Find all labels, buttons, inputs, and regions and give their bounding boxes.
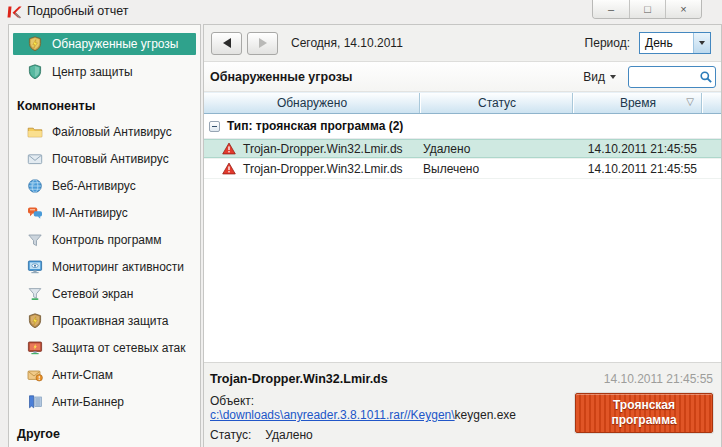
- column-header-stub: [702, 93, 721, 113]
- view-menu[interactable]: Вид: [583, 70, 616, 84]
- threat-time: 14.10.2011 21:45:55: [573, 162, 702, 176]
- sidebar-item-activity-monitor[interactable]: Мониторинг активности: [13, 255, 196, 278]
- sidebar-item-anti-spam[interactable]: Анти-Спам: [13, 363, 196, 386]
- window-controls: – □ ×: [592, 0, 702, 19]
- list-header: Обнаруженные угрозы Вид: [204, 62, 721, 92]
- banner-icon: [27, 394, 43, 410]
- dropdown-arrow-button[interactable]: [693, 33, 710, 53]
- search-input[interactable]: [629, 68, 699, 86]
- sidebar-item-im-antivirus[interactable]: IM-Антивирус: [13, 201, 196, 224]
- column-header-detected[interactable]: Обнаружено: [204, 93, 420, 113]
- threat-time: 14.10.2011 21:45:55: [573, 142, 702, 156]
- table-header: Обнаружено Статус Время ▽: [204, 92, 721, 114]
- threat-status: Вылечено: [420, 162, 573, 176]
- group-row-trojan[interactable]: Тип: троянская программа (2): [204, 114, 721, 139]
- sort-descending-icon: ▽: [686, 96, 694, 107]
- column-header-status[interactable]: Статус: [420, 93, 573, 113]
- object-label: Объект:: [210, 394, 262, 408]
- sidebar-section-other: Другое: [9, 417, 200, 447]
- sidebar-item-file-antivirus[interactable]: Файловый Антивирус: [13, 120, 196, 143]
- chat-icon: [27, 205, 43, 221]
- minimize-button[interactable]: –: [593, 0, 629, 18]
- sidebar-section-components: Компоненты: [9, 89, 200, 120]
- period-label: Период:: [585, 36, 630, 50]
- status-label: Статус:: [210, 428, 262, 442]
- sidebar-item-label: Веб-Антивирус: [52, 179, 136, 193]
- threat-status: Удалено: [420, 142, 573, 156]
- sidebar-item-mail-antivirus[interactable]: Почтовый Антивирус: [13, 147, 196, 170]
- sidebar-item-detected-threats[interactable]: Обнаруженные угрозы: [13, 33, 196, 55]
- maximize-button[interactable]: □: [629, 0, 665, 18]
- mail-spam-icon: [27, 367, 43, 383]
- column-header-time[interactable]: Время ▽: [573, 93, 702, 113]
- period-value: День: [640, 33, 693, 53]
- threat-name: Trojan-Dropper.Win32.Lmir.ds: [243, 162, 403, 176]
- monitor-eye-icon: [27, 259, 43, 275]
- sidebar-item-label: IM-Антивирус: [52, 206, 128, 220]
- previous-period-button[interactable]: [211, 32, 242, 55]
- arrow-left-icon: [223, 38, 231, 48]
- sidebar-item-label: Анти-Баннер: [52, 395, 124, 409]
- main-panel: Сегодня, 14.10.2011 Период: День Обнаруж…: [203, 24, 722, 447]
- sidebar-item-label: Центр защиты: [52, 65, 133, 79]
- sidebar-item-label: Контроль программ: [52, 233, 162, 247]
- table-row[interactable]: Trojan-Dropper.Win32.Lmir.ds Вылечено 14…: [204, 159, 721, 179]
- funnel-green-icon: [27, 286, 43, 302]
- window-content: Обнаруженные угрозы Центр защиты Компоне…: [8, 24, 722, 447]
- mail-icon: [27, 151, 43, 167]
- chevron-down-icon: [610, 75, 616, 79]
- sidebar-item-label: Мониторинг активности: [52, 260, 184, 274]
- sidebar-item-label: Анти-Спам: [52, 368, 113, 382]
- search-icon[interactable]: [699, 70, 713, 84]
- period-dropdown[interactable]: День: [639, 32, 711, 54]
- folder-icon: [27, 124, 43, 140]
- sidebar-item-label: Почтовый Антивирус: [52, 152, 169, 166]
- sidebar-item-network-attack-protection[interactable]: Защита от сетевых атак: [13, 336, 196, 359]
- next-period-button[interactable]: [247, 32, 278, 55]
- detail-threat-name: Trojan-Dropper.Win32.Lmir.ds: [210, 372, 563, 386]
- sidebar-item-firewall[interactable]: Сетевой экран: [13, 282, 196, 305]
- object-path-link[interactable]: c:\downloads\anyreader.3.8.1011.rar//Key…: [210, 408, 455, 422]
- collapse-icon[interactable]: [209, 121, 220, 132]
- report-toolbar: Сегодня, 14.10.2011 Период: День: [204, 25, 721, 62]
- globe-icon: [27, 178, 43, 194]
- shield-lightning-icon: [27, 36, 43, 52]
- sidebar-item-label: Защита от сетевых атак: [52, 341, 185, 355]
- window-title: Подробный отчет: [27, 4, 129, 18]
- current-date-label: Сегодня, 14.10.2011: [291, 36, 403, 50]
- shield-bronze-icon: [27, 313, 43, 329]
- chevron-down-icon: [699, 41, 705, 45]
- sidebar-item-label: Обнаруженные угрозы: [52, 37, 179, 51]
- alert-triangle-icon: [222, 142, 236, 155]
- sidebar-item-anti-banner[interactable]: Анти-Баннер: [13, 390, 196, 413]
- close-button[interactable]: ×: [665, 0, 701, 18]
- threat-type-badge: Троянская программа: [575, 393, 713, 433]
- sidebar-item-proactive-defense[interactable]: Проактивная защита: [13, 309, 196, 332]
- arrow-right-icon: [259, 38, 267, 48]
- sidebar-item-label: Проактивная защита: [52, 314, 169, 328]
- detail-time: 14.10.2011 21:45:55: [604, 372, 713, 386]
- sidebar: Обнаруженные угрозы Центр защиты Компоне…: [8, 24, 201, 447]
- kaspersky-logo-icon: [6, 4, 21, 19]
- funnel-gray-icon: [27, 232, 43, 248]
- sidebar-item-label: Сетевой экран: [52, 287, 133, 301]
- alert-triangle-icon: [222, 162, 236, 175]
- view-label: Вид: [583, 70, 605, 84]
- group-label: Тип: троянская программа (2): [227, 119, 403, 133]
- sidebar-item-protection-center[interactable]: Центр защиты: [13, 61, 196, 83]
- sidebar-item-app-control[interactable]: Контроль программ: [13, 228, 196, 251]
- details-panel: Trojan-Dropper.Win32.Lmir.ds Объект: c:\…: [204, 362, 721, 447]
- list-title: Обнаруженные угрозы: [210, 70, 353, 84]
- table-row[interactable]: Trojan-Dropper.Win32.Lmir.ds Удалено 14.…: [204, 139, 721, 159]
- threat-name: Trojan-Dropper.Win32.Lmir.ds: [243, 142, 403, 156]
- object-file-name: keygen.exe: [455, 408, 516, 422]
- monitor-attack-icon: [27, 340, 43, 356]
- search-box: [628, 66, 716, 88]
- titlebar: Подробный отчет – □ ×: [0, 0, 722, 22]
- status-value: Удалено: [265, 428, 312, 442]
- shield-green-icon: [27, 64, 43, 80]
- empty-list-area: [204, 179, 721, 362]
- sidebar-item-web-antivirus[interactable]: Веб-Антивирус: [13, 174, 196, 197]
- sidebar-item-label: Файловый Антивирус: [52, 125, 172, 139]
